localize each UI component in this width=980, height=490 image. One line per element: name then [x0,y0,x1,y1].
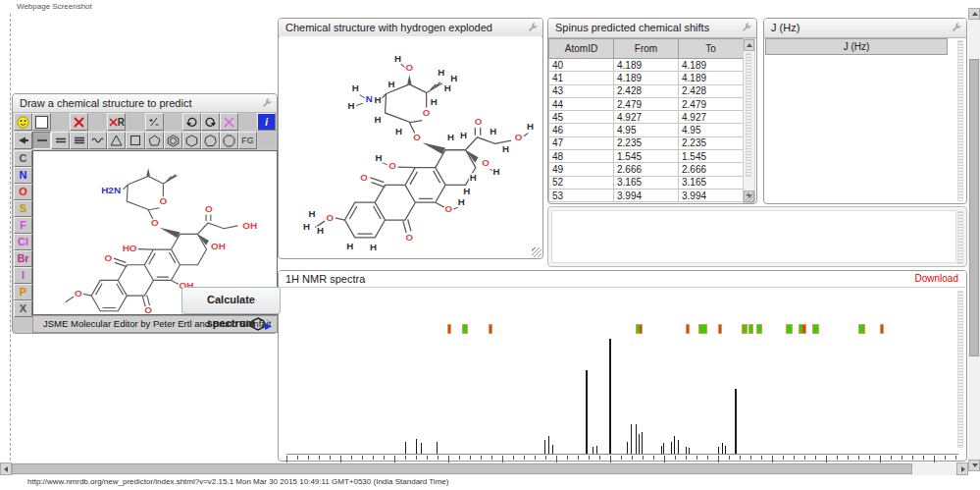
double-bond-button[interactable] [51,132,70,149]
atom-label-O: O [205,203,213,214]
nmr-range-marker[interactable] [858,324,865,334]
wrench-icon[interactable] [741,22,752,33]
nmr-range-marker[interactable] [756,324,762,334]
atom-button-C[interactable]: C [14,150,32,167]
shift-cell: 3.994 [614,189,679,201]
nmr-range-marker[interactable] [786,324,793,334]
scrollbar-thumb[interactable] [746,53,751,177]
wrench-icon[interactable] [527,22,539,33]
shift-row[interactable]: 432.4282.428 [549,84,744,97]
nmr-plot-area[interactable] [280,287,965,460]
download-link[interactable]: Download [915,273,958,284]
nmr-range-marker[interactable] [489,324,492,334]
double-bond-icon [55,136,67,145]
clear-canvas-button[interactable] [32,113,51,131]
shift-row[interactable]: 472.2352.235 [549,136,744,149]
ring7-button[interactable] [201,132,220,149]
nmr-range-marker[interactable] [880,324,884,334]
smiley-button[interactable] [14,113,32,131]
select-tool-button[interactable] [14,132,32,149]
scroll-right-button[interactable] [956,463,968,475]
atom-button-Cl[interactable]: Cl [14,234,32,250]
shift-cell: 3.165 [614,176,679,189]
shift-row[interactable]: 454.9274.927 [549,111,744,124]
main-horizontal-scrollbar[interactable] [0,463,968,475]
atom-button-F[interactable]: F [14,217,32,234]
atom-label-OH: OH [211,241,226,251]
triple-bond-button[interactable] [70,132,88,149]
ring5-button[interactable] [145,132,164,149]
info-button[interactable]: i [257,113,276,131]
nmr-range-marker[interactable] [698,324,707,334]
shift-row[interactable]: 414.1894.189 [549,72,744,84]
nmr-range-marker[interactable] [742,324,748,334]
shifts-scrollbar[interactable] [743,38,755,203]
atom-button-S[interactable]: S [14,200,32,217]
exploded-panel-header[interactable]: Chemical structure with hydrogen explode… [279,19,542,37]
scroll-down-button[interactable] [968,460,980,471]
axis-tick [319,456,320,460]
triangle-icon [110,135,123,146]
scroll-up-button[interactable] [968,8,980,20]
wrench-icon[interactable] [951,22,962,33]
atom-button-Br[interactable]: Br [14,250,32,267]
undo-button[interactable] [182,113,201,131]
shift-row[interactable]: 481.5451.545 [549,150,744,163]
nmr-range-marker[interactable] [812,324,819,334]
nmr-range-marker[interactable] [447,324,451,334]
jhz-scrollbar[interactable] [957,40,963,201]
benzene-button[interactable] [164,132,182,149]
nmr-range-marker[interactable] [748,324,753,334]
axis-tick [761,456,762,460]
redo-button[interactable] [201,113,220,131]
scroll-left-button[interactable] [0,463,12,475]
resize-grip[interactable] [532,247,542,257]
ring4-button[interactable] [126,132,144,149]
nmr-range-marker[interactable] [686,324,690,334]
horizontal-scrollbar-thumb[interactable] [12,463,912,474]
ring8-button[interactable] [220,132,238,149]
main-vertical-scrollbar[interactable] [968,8,980,471]
wrench-icon[interactable] [261,97,273,109]
functional-groups-button[interactable]: FG [238,132,257,149]
nmr-scrollbar[interactable] [957,291,963,448]
nmr-peak [642,432,643,454]
atom-button-I[interactable]: I [14,267,32,284]
atom-button-N[interactable]: N [14,167,32,184]
scroll-up-button[interactable] [744,39,754,51]
nmr-range-marker[interactable] [718,324,722,334]
shifts-panel-header[interactable]: Spinus predicted chemical shifts [548,19,756,38]
shift-row[interactable]: 492.6662.666 [549,163,744,176]
atom-button-O[interactable]: O [14,184,32,200]
delete-r-group-button[interactable]: R [107,113,126,131]
shift-row[interactable]: 442.4792.479 [549,97,744,110]
ring3-button[interactable] [107,132,126,149]
chain-tool-button[interactable] [88,132,107,149]
atom-button-P[interactable]: P [14,284,32,300]
axis-tick [286,456,287,463]
jhz-panel-header[interactable]: J (Hz) [764,19,966,38]
single-bond-button[interactable] [32,132,51,149]
charge-button[interactable] [145,113,164,131]
editor-panel-header[interactable]: Draw a chemical structure to predict [13,94,277,113]
shift-row[interactable]: 464.954.95 [549,124,744,136]
spiro-button[interactable] [220,113,238,131]
options-scrollbar[interactable] [957,211,963,264]
nmr-range-marker[interactable] [799,324,806,334]
shift-row[interactable]: 523.1653.165 [549,176,744,189]
nmr-range-marker[interactable] [636,324,643,334]
resize-grip[interactable] [746,192,755,202]
delete-button[interactable] [70,113,88,131]
axis-tick [545,456,546,460]
nmr-peak [437,442,438,454]
axis-tick [621,456,622,460]
calculate-spectrum-button[interactable]: Calculate spectrum [181,287,281,314]
shift-row[interactable]: 533.9943.994 [549,189,744,201]
vertical-scrollbar-thumb[interactable] [969,59,979,356]
shift-row[interactable]: 404.1894.189 [549,59,744,72]
nmr-panel-header[interactable]: 1H NMR spectra Download [279,271,966,287]
atom-button-X[interactable]: X [14,300,32,317]
nmr-range-marker[interactable] [462,324,468,334]
page-top-label: Webpage Screenshot [17,2,92,11]
ring6-button[interactable] [182,132,201,149]
